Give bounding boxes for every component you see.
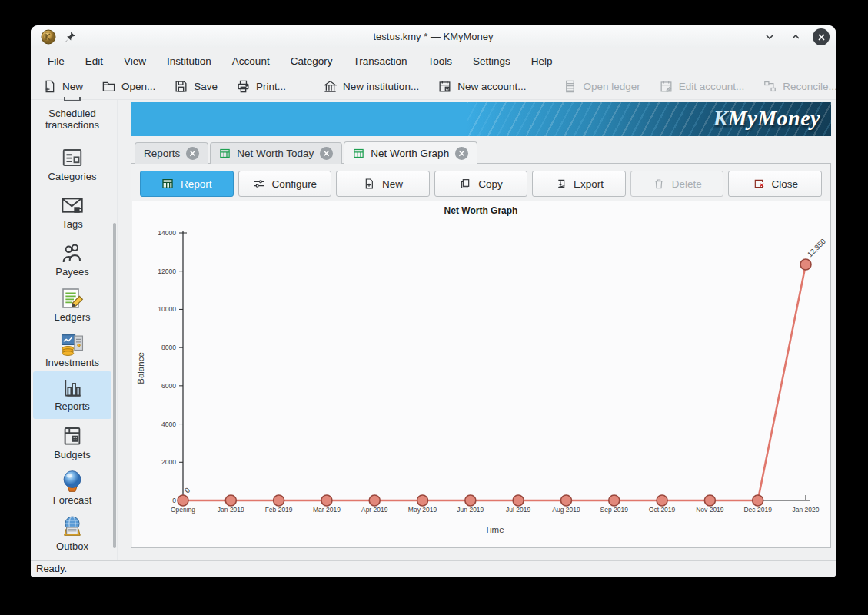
- x-tick-label: Aug 2019: [552, 506, 580, 514]
- sidebar-item-label: Reports: [33, 401, 111, 412]
- categories-icon: [32, 145, 112, 171]
- chart-point: [657, 495, 667, 506]
- x-tick-label: Jul 2019: [506, 506, 530, 514]
- calendar-icon: [64, 97, 81, 101]
- chart-title: Net Worth Graph: [131, 205, 830, 216]
- ledger-icon: [563, 79, 577, 94]
- report-button-label: Report: [181, 178, 212, 190]
- sidebar-item-budgets[interactable]: Budgets: [32, 423, 112, 460]
- x-tick-label: Apr 2019: [361, 506, 388, 514]
- configure-button-label: Configure: [272, 178, 318, 190]
- sidebar-item-forecast[interactable]: Forecast: [32, 468, 112, 506]
- tab-close-icon[interactable]: [186, 147, 199, 160]
- menu-institution[interactable]: Institution: [167, 55, 211, 67]
- new-file-button[interactable]: New: [42, 79, 83, 94]
- minimize-button[interactable]: [760, 28, 779, 46]
- y-tick-label: 6000: [161, 382, 176, 390]
- chart-point: [800, 259, 811, 270]
- main-toolbar: New Open... Save Print... New instituti: [31, 73, 836, 100]
- maximize-button[interactable]: [787, 28, 805, 46]
- chart-point: [704, 495, 715, 506]
- tab-net-worth-graph[interactable]: Net Worth Graph: [344, 141, 477, 164]
- sidebar-item-payees[interactable]: Payees: [32, 240, 112, 278]
- tab-reports[interactable]: Reports: [135, 142, 208, 164]
- tab-close-icon[interactable]: [320, 147, 333, 160]
- menu-tools[interactable]: Tools: [427, 55, 452, 67]
- new-account-icon: [437, 79, 452, 94]
- x-tick-label: Dec 2019: [743, 506, 772, 514]
- point-value-label: 0: [183, 486, 192, 495]
- sidebar-item-label: Ledgers: [32, 311, 112, 323]
- sidebar-scrollbar[interactable]: [113, 223, 116, 548]
- open-file-button[interactable]: Open...: [101, 79, 155, 94]
- copy-icon: [459, 178, 471, 190]
- y-tick-label: 4000: [161, 421, 176, 428]
- x-tick-label: Oct 2019: [649, 506, 676, 514]
- print-button[interactable]: Print...: [236, 79, 286, 94]
- chart-point: [178, 495, 188, 506]
- chart-point: [465, 495, 476, 506]
- save-button[interactable]: Save: [174, 79, 218, 94]
- budgets-icon: [32, 423, 112, 449]
- menu-file[interactable]: File: [48, 55, 65, 67]
- export-icon: [554, 178, 567, 190]
- tab-label: Net Worth Today: [237, 148, 314, 159]
- close-red-icon: [753, 178, 765, 190]
- x-tick-label: Mar 2019: [313, 506, 341, 514]
- sidebar-item-label: Outbox: [32, 540, 112, 552]
- x-tick-label: Opening: [171, 506, 195, 514]
- x-tick-label: Jun 2019: [457, 506, 484, 514]
- x-tick-label: May 2019: [408, 506, 437, 514]
- new-document-icon: [363, 178, 375, 190]
- chart-point: [609, 495, 620, 506]
- sidebar-item-tags[interactable]: Tags: [32, 192, 112, 230]
- sidebar-item-scheduled[interactable]: Scheduled transactions: [32, 97, 112, 131]
- tab-label: Reports: [144, 148, 180, 159]
- bank-icon: [323, 79, 338, 94]
- x-tick-label: Feb 2019: [265, 506, 293, 514]
- menu-transaction[interactable]: Transaction: [353, 55, 407, 67]
- sidebar-item-categories[interactable]: Categories: [32, 145, 112, 182]
- new-report-button[interactable]: New: [336, 171, 430, 197]
- export-button[interactable]: Export: [532, 171, 626, 197]
- sidebar-item-reports[interactable]: Reports: [33, 371, 111, 419]
- tab-close-icon[interactable]: [455, 147, 468, 160]
- report-table-icon: [161, 178, 174, 190]
- sidebar-item-ledgers[interactable]: Ledgers: [32, 285, 112, 323]
- sidebar-item-label: Tags: [32, 218, 112, 230]
- export-button-label: Export: [574, 178, 604, 190]
- sidebar-item-investments[interactable]: Investments: [32, 331, 112, 368]
- chart-point: [560, 495, 571, 506]
- new-account-button[interactable]: New account...: [437, 79, 526, 94]
- copy-button-label: Copy: [478, 178, 503, 190]
- close-report-button-label: Close: [772, 178, 799, 190]
- copy-button[interactable]: Copy: [434, 171, 528, 197]
- menu-edit[interactable]: Edit: [85, 55, 103, 67]
- menu-help[interactable]: Help: [531, 55, 553, 67]
- open-ledger-button: Open ledger: [563, 79, 640, 94]
- configure-button[interactable]: Configure: [238, 171, 332, 197]
- new-institution-button[interactable]: New institution...: [323, 79, 419, 94]
- tab-net-worth-today[interactable]: Net Worth Today: [210, 142, 342, 164]
- menu-category[interactable]: Category: [291, 55, 333, 67]
- y-tick-label: 2000: [161, 458, 176, 466]
- y-tick-label: 12000: [158, 268, 176, 275]
- investments-icon: [32, 331, 112, 357]
- networth-chart: 02000400060008000100001200014000OpeningJ…: [131, 202, 830, 544]
- close-report-button[interactable]: Close: [728, 171, 822, 197]
- report-button[interactable]: Report: [140, 171, 234, 197]
- menu-settings[interactable]: Settings: [473, 55, 510, 67]
- edit-account-label: Edit account...: [679, 81, 745, 92]
- close-button[interactable]: [813, 28, 830, 45]
- menu-view[interactable]: View: [124, 55, 146, 67]
- payees-icon: [32, 240, 112, 266]
- save-label: Save: [194, 81, 218, 92]
- kmymoney-window: testus.kmy * — KMyMoney File Edit View I…: [31, 25, 836, 577]
- statusbar: Ready.: [31, 560, 836, 577]
- outbox-icon: [32, 514, 112, 540]
- reconcile-icon: [763, 79, 777, 94]
- y-tick-label: 10000: [158, 305, 176, 313]
- sidebar-item-outbox[interactable]: Outbox: [32, 514, 112, 552]
- menu-account[interactable]: Account: [232, 55, 270, 67]
- tags-icon: [32, 192, 112, 218]
